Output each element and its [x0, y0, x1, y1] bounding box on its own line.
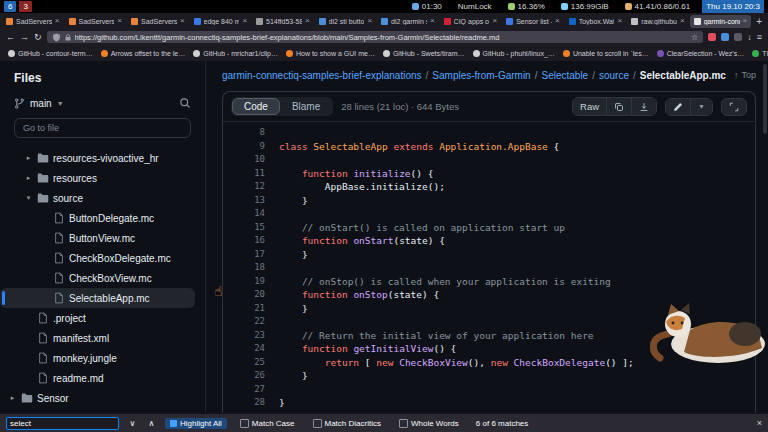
- tab-close-icon[interactable]: ×: [430, 17, 435, 25]
- edit-dropdown-caret-icon[interactable]: ▼: [690, 99, 712, 115]
- expand-icon[interactable]: [721, 98, 747, 116]
- reload-icon[interactable]: ↻: [34, 33, 42, 42]
- tab-close-icon[interactable]: ×: [242, 17, 247, 25]
- browser-tab[interactable]: di2 garmin s×: [377, 15, 439, 28]
- tree-item[interactable]: SelectableApp.mc: [0, 288, 195, 308]
- tree-item[interactable]: .project: [0, 308, 195, 328]
- code-view[interactable]: 89class SelectableApp extends Applicatio…: [223, 122, 755, 414]
- line-number[interactable]: 19: [223, 275, 279, 289]
- line-number[interactable]: 18: [223, 261, 279, 275]
- breadcrumb-link[interactable]: Selectable: [541, 70, 588, 81]
- tab-close-icon[interactable]: ×: [305, 17, 310, 25]
- copy-icon[interactable]: [606, 98, 631, 115]
- shield-icon[interactable]: [52, 33, 61, 42]
- tab-blame[interactable]: Blame: [280, 98, 332, 115]
- browser-tab[interactable]: Toybox.Wat×: [565, 15, 627, 28]
- workspace-button[interactable]: 3: [19, 1, 31, 12]
- tree-item[interactable]: CheckBoxDelegate.mc: [0, 248, 195, 268]
- extension-icon[interactable]: [708, 33, 716, 41]
- browser-tab[interactable]: di2 sti button×: [315, 15, 377, 28]
- line-number[interactable]: 25: [223, 356, 279, 370]
- tab-close-icon[interactable]: ×: [617, 17, 622, 25]
- find-previous-icon[interactable]: ∧: [146, 419, 157, 428]
- go-to-file-input[interactable]: Go to file: [14, 118, 191, 138]
- browser-tab[interactable]: 514ffd53-5809×: [252, 15, 314, 28]
- bookmark-item[interactable]: GitHub - mrichar1/clip…: [193, 50, 278, 57]
- tree-item[interactable]: ▸resources-vivoactive_hr: [0, 148, 195, 168]
- tab-close-icon[interactable]: ×: [492, 17, 497, 25]
- search-icon[interactable]: [179, 97, 191, 109]
- line-number[interactable]: 12: [223, 180, 279, 194]
- line-number[interactable]: 14: [223, 207, 279, 221]
- tree-item[interactable]: monkey.jungle: [0, 348, 195, 368]
- tree-item[interactable]: ▸Sensor: [0, 388, 195, 408]
- bookmark-item[interactable]: ClearSelection - Wez's…: [657, 50, 744, 57]
- tree-item[interactable]: manifest.xml: [0, 328, 195, 348]
- breadcrumb-repo-link[interactable]: garmin-connectiq-samples-brief-explanati…: [222, 70, 422, 81]
- browser-tab[interactable]: CIQ apps on t×: [440, 15, 502, 28]
- lock-icon[interactable]: [64, 33, 72, 42]
- downloads-icon[interactable]: ↓: [747, 33, 752, 42]
- tab-close-icon[interactable]: ×: [680, 17, 685, 25]
- workspace-button[interactable]: 6: [4, 1, 16, 12]
- extension-icon[interactable]: [721, 33, 729, 41]
- tab-close-icon[interactable]: ×: [743, 17, 748, 25]
- back-to-top-link[interactable]: ↑ Top: [734, 70, 756, 80]
- line-number[interactable]: 26: [223, 369, 279, 383]
- tab-close-icon[interactable]: ×: [55, 17, 60, 25]
- browser-tab[interactable]: SadServers×: [2, 15, 64, 28]
- tab-close-icon[interactable]: ×: [367, 17, 372, 25]
- line-number[interactable]: 11: [223, 167, 279, 181]
- line-number[interactable]: 23: [223, 329, 279, 343]
- line-number[interactable]: 21: [223, 302, 279, 316]
- tree-item[interactable]: readme.md: [0, 368, 195, 388]
- tree-item[interactable]: ButtonView.mc: [0, 228, 195, 248]
- bookmark-item[interactable]: TIL About the i3 Scratc…: [752, 50, 768, 57]
- tab-close-icon[interactable]: ×: [117, 17, 122, 25]
- line-number[interactable]: 27: [223, 383, 279, 397]
- tab-close-icon[interactable]: ×: [555, 17, 560, 25]
- line-number[interactable]: 16: [223, 234, 279, 248]
- tree-item[interactable]: ▸resources: [0, 168, 195, 188]
- branch-selector[interactable]: main ▼: [14, 98, 64, 109]
- line-number[interactable]: 9: [223, 140, 279, 154]
- forward-icon[interactable]: →: [20, 33, 29, 42]
- breadcrumb-link[interactable]: Samples-from-Garmin: [432, 70, 530, 81]
- line-number[interactable]: 17: [223, 248, 279, 262]
- tree-item[interactable]: ▾source: [0, 188, 195, 208]
- browser-tab[interactable]: SadServers - S×: [127, 15, 189, 28]
- find-next-icon[interactable]: ∨: [127, 419, 138, 428]
- bookmark-item[interactable]: How to show a GUI me…: [286, 50, 375, 57]
- menu-icon[interactable]: ≡: [757, 33, 762, 42]
- match-diacritics-checkbox[interactable]: Match Diacritics: [308, 418, 386, 429]
- bookmark-item[interactable]: Arrows offset to the le…: [101, 50, 186, 57]
- back-icon[interactable]: ←: [6, 33, 15, 42]
- line-number[interactable]: 20: [223, 288, 279, 302]
- browser-tab[interactable]: edge 840 mu×: [190, 15, 252, 28]
- line-number[interactable]: 13: [223, 194, 279, 208]
- new-tab-button[interactable]: +: [752, 16, 766, 27]
- bookmark-item[interactable]: GitHub - contour-term…: [8, 50, 93, 57]
- tab-code[interactable]: Code: [232, 98, 280, 115]
- bookmark-item[interactable]: GitHub - Swets/tiram…: [383, 50, 465, 57]
- highlight-all-toggle[interactable]: Highlight All: [165, 418, 227, 429]
- url-bar[interactable]: https://github.com/Likenttt/garmin-conne…: [47, 31, 704, 43]
- browser-tab[interactable]: raw.githubuserc×: [627, 15, 689, 28]
- line-number[interactable]: 10: [223, 153, 279, 167]
- browser-tab[interactable]: garmin-conne×: [690, 15, 752, 28]
- tab-close-icon[interactable]: ×: [180, 17, 185, 25]
- download-icon[interactable]: [631, 98, 656, 115]
- raw-button[interactable]: Raw: [573, 98, 606, 115]
- extension-icon[interactable]: [734, 33, 742, 41]
- tree-item[interactable]: ButtonDelegate.mc: [0, 208, 195, 228]
- bookmark-item[interactable]: GitHub - phuhl/linux_…: [473, 50, 555, 57]
- line-number[interactable]: 15: [223, 221, 279, 235]
- bookmark-item[interactable]: Unable to scroll in `les…: [563, 50, 649, 57]
- close-icon[interactable]: ×: [757, 418, 762, 428]
- edit-pencil-icon[interactable]: [666, 99, 690, 115]
- browser-tab[interactable]: SadServers×: [65, 15, 127, 28]
- find-input[interactable]: select: [6, 417, 119, 430]
- whole-words-checkbox[interactable]: Whole Words: [394, 418, 464, 429]
- line-number[interactable]: 28: [223, 396, 279, 410]
- match-case-checkbox[interactable]: Match Case: [235, 418, 300, 429]
